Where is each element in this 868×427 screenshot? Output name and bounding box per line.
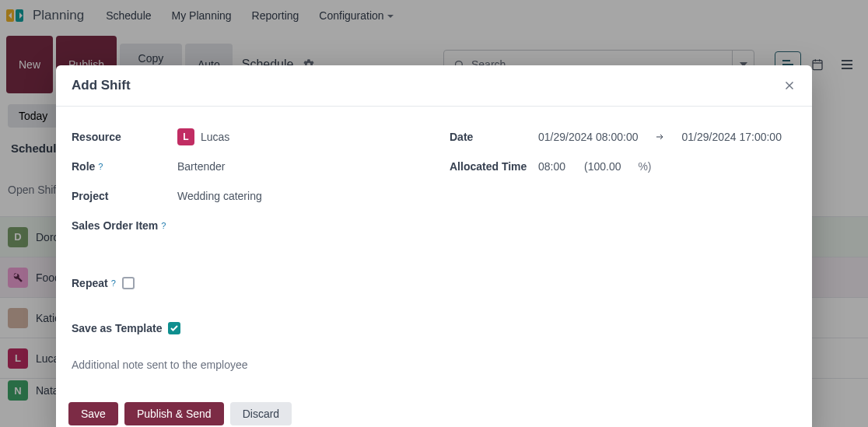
repeat-checkbox[interactable] [122, 277, 135, 289]
allocated-hours-input[interactable]: 08:00 [538, 160, 565, 173]
modal-header: Add Shift [56, 65, 812, 107]
date-label: Date [450, 131, 538, 143]
allocated-pct-suffix: %) [638, 160, 651, 173]
save-as-template-label: Save as Template [72, 322, 162, 334]
publish-and-send-button[interactable]: Publish & Send [124, 402, 224, 425]
project-label: Project [72, 190, 177, 202]
allocated-pct-input[interactable]: (100.00 [584, 160, 621, 173]
role-label: Role ? [72, 160, 177, 173]
project-value[interactable]: Wedding catering [177, 190, 418, 202]
field-row-role: Role ? Bartender [72, 152, 418, 181]
modal-footer: Save Publish & Send Discard [56, 393, 812, 427]
resource-label: Resource [72, 131, 177, 143]
add-shift-modal: Add Shift Resource L Lucas [56, 65, 812, 427]
field-row-save-template: Save as Template [72, 313, 796, 343]
role-label-text: Role [72, 160, 95, 173]
save-as-template-checkbox[interactable] [168, 322, 180, 334]
repeat-label: Repeat ? [72, 277, 116, 289]
discard-button[interactable]: Discard [230, 402, 292, 425]
sales-order-item-label: Sales Order Item ? [72, 219, 177, 232]
field-row-project: Project Wedding catering [72, 181, 418, 211]
allocated-time-value: 08:00 (100.00 %) [538, 160, 796, 173]
sales-order-item-label-text: Sales Order Item [72, 219, 158, 232]
help-icon[interactable]: ? [98, 162, 103, 171]
field-row-date: Date 01/29/2024 08:00:00 01/29/2024 17:0… [450, 122, 796, 152]
field-row-resource: Resource L Lucas [72, 122, 418, 152]
resource-avatar: L [177, 128, 194, 145]
date-end-input[interactable]: 01/29/2024 17:00:00 [681, 131, 781, 143]
resource-name-value: Lucas [201, 131, 229, 143]
field-row-sales-order-item: Sales Order Item ? [72, 211, 418, 240]
date-start-input[interactable]: 01/29/2024 08:00:00 [538, 131, 638, 143]
allocated-time-label: Allocated Time [450, 160, 538, 173]
resource-value[interactable]: L Lucas [177, 128, 418, 145]
modal-title: Add Shift [72, 78, 131, 93]
field-row-repeat: Repeat ? [72, 268, 796, 298]
note-input[interactable]: Additional note sent to the employee [72, 359, 796, 371]
role-value[interactable]: Bartender [177, 160, 418, 173]
save-button[interactable]: Save [68, 402, 118, 425]
field-row-allocated-time: Allocated Time 08:00 (100.00 %) [450, 152, 796, 181]
help-icon[interactable]: ? [111, 278, 116, 288]
help-icon[interactable]: ? [161, 221, 166, 230]
repeat-label-text: Repeat [72, 277, 108, 289]
date-value: 01/29/2024 08:00:00 01/29/2024 17:00:00 [538, 131, 796, 143]
modal-body: Resource L Lucas Role ? Bartender [56, 107, 812, 393]
arrow-right-icon [653, 132, 666, 142]
close-icon[interactable] [782, 79, 796, 93]
